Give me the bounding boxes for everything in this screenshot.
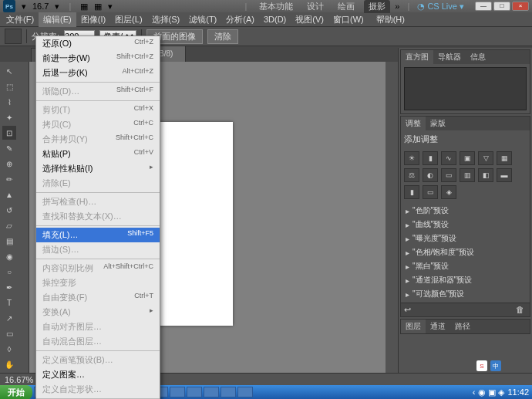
task-11[interactable] <box>204 387 219 397</box>
adj-selcolor-icon[interactable]: ◈ <box>441 185 456 199</box>
menu-help[interactable]: 帮助(H) <box>372 12 409 27</box>
lasso-tool[interactable]: ⌇ <box>2 95 16 109</box>
menu-select[interactable]: 选择(S) <box>147 12 185 27</box>
preset-item[interactable]: "通道混和器"预设 <box>402 273 528 287</box>
marquee-tool[interactable]: ⬚ <box>2 79 16 93</box>
menu-layer[interactable]: 图层(L) <box>110 12 146 27</box>
menuitem-W[interactable]: 前进一步(W)Shift+Ctrl+Z <box>36 51 160 66</box>
preset-item[interactable]: "曲线"预设 <box>402 218 528 232</box>
preset-item[interactable]: "黑白"预设 <box>402 259 528 273</box>
adj-thresh-icon[interactable]: ▮ <box>404 185 419 199</box>
tab-histogram[interactable]: 直方图 <box>401 50 433 64</box>
panel-return-icon[interactable]: ↩ <box>404 305 415 316</box>
dodge-tool[interactable]: ○ <box>2 265 16 279</box>
adj-brightness-icon[interactable]: ☀ <box>404 151 419 165</box>
panel-trash-icon[interactable]: 🗑 <box>516 305 527 316</box>
eraser-tool[interactable]: ▱ <box>2 218 16 232</box>
edit-menu-dropdown: 还原(O)Ctrl+Z前进一步(W)Shift+Ctrl+Z后退一步(K)Alt… <box>35 36 160 399</box>
adj-mixer-icon[interactable]: ▥ <box>460 168 475 182</box>
tray-icons[interactable]: ◉ ▣ ◈ <box>478 387 504 397</box>
crop-tool[interactable]: ⊡ <box>2 126 16 140</box>
tab-navigator[interactable]: 导航器 <box>433 50 466 64</box>
stamp-tool[interactable]: ▲ <box>2 188 16 201</box>
adj-hue-icon[interactable]: ▦ <box>497 151 512 165</box>
ime-cn-icon[interactable]: 中 <box>490 360 501 371</box>
zoom-dropdown[interactable]: ▾ <box>22 2 26 12</box>
menu-filter[interactable]: 滤镜(T) <box>184 12 221 27</box>
preset-item[interactable]: "色相/饱和度"预设 <box>402 245 528 259</box>
preset-item[interactable]: "可选颜色"预设 <box>402 287 528 301</box>
3d-tool[interactable]: ◊ <box>2 342 16 356</box>
history-tool[interactable]: ↺ <box>2 203 16 217</box>
tab-adjust[interactable]: 调整 <box>401 117 426 130</box>
view-icon[interactable]: ▦ <box>80 2 88 12</box>
menuitem-L[interactable]: 填充(L)…Shift+F5 <box>36 228 160 242</box>
mode-dropdown[interactable]: ▾ <box>108 2 113 12</box>
adj-levels-icon[interactable]: ▮ <box>423 151 438 165</box>
more-ws[interactable]: » <box>395 2 399 11</box>
shape-tool[interactable]: ▭ <box>2 326 16 340</box>
menuitem-D: 渐隐(D)…Shift+Ctrl+F <box>36 84 160 99</box>
adj-balance-icon[interactable]: ⚖ <box>404 168 419 182</box>
pen-tool[interactable]: ✒ <box>2 280 16 294</box>
adj-vibrance-icon[interactable]: ▽ <box>478 151 493 165</box>
tab-channels[interactable]: 通道 <box>426 320 450 333</box>
menu-file[interactable]: 文件(F) <box>2 12 39 27</box>
ws-photography[interactable]: 摄影 <box>364 0 390 13</box>
menuitem-K[interactable]: 后退一步(K)Alt+Ctrl+Z <box>36 66 160 80</box>
menuitem-I[interactable]: 选择性粘贴(I)▸ <box>36 161 160 176</box>
text-tool[interactable]: T <box>2 296 16 309</box>
path-tool[interactable]: ↗ <box>2 311 16 325</box>
adj-photo-icon[interactable]: ▭ <box>441 168 456 182</box>
adj-invert-icon[interactable]: ◧ <box>478 168 493 182</box>
current-tool-icon[interactable] <box>5 29 22 44</box>
brush-tool[interactable]: ✏ <box>2 172 16 186</box>
clear-button[interactable]: 清除 <box>207 29 238 44</box>
gradient-tool[interactable]: ▤ <box>2 234 16 248</box>
blur-tool[interactable]: ◉ <box>2 249 16 263</box>
menuitem-[interactable]: 定义图案… <box>36 367 160 382</box>
heal-tool[interactable]: ⊕ <box>2 157 16 171</box>
hand-tool[interactable]: ✋ <box>2 357 16 371</box>
right-panels: 直方图 导航器 信息 调整 蒙版 添加调整 ☀ ▮ ∿ ▣ ▽ ▦ ⚖ ◐ ▭ … <box>398 48 532 373</box>
tray-expand-icon[interactable]: ‹ <box>473 387 476 397</box>
eyedropper-tool[interactable]: ✎ <box>2 141 16 155</box>
menu-window[interactable]: 窗口(W) <box>328 12 369 27</box>
adj-gradmap-icon[interactable]: ▭ <box>423 185 438 199</box>
menuitem-O[interactable]: 还原(O)Ctrl+Z <box>36 36 160 51</box>
maximize-button[interactable]: □ <box>493 2 510 11</box>
task-10[interactable] <box>187 387 202 397</box>
preset-item[interactable]: "色阶"预设 <box>402 204 528 218</box>
task-13[interactable] <box>237 387 253 397</box>
adj-bw-icon[interactable]: ◐ <box>423 168 438 182</box>
menu-view[interactable]: 视图(V) <box>291 12 328 27</box>
menu-image[interactable]: 图像(I) <box>76 12 110 27</box>
tab-mask[interactable]: 蒙版 <box>426 117 450 130</box>
tab-layers[interactable]: 图层 <box>401 320 426 333</box>
ws-essentials[interactable]: 基本功能 <box>254 0 298 13</box>
task-9[interactable] <box>170 387 185 397</box>
adj-exposure-icon[interactable]: ▣ <box>460 151 475 165</box>
screen-icon[interactable]: ▦ <box>94 2 102 12</box>
tab-paths[interactable]: 路径 <box>450 320 475 333</box>
tab-info[interactable]: 信息 <box>466 50 490 64</box>
ws-design[interactable]: 设计 <box>302 0 328 13</box>
ime-s-icon[interactable]: S <box>476 360 487 371</box>
close-button[interactable]: × <box>512 2 529 11</box>
menuitem-P[interactable]: 粘贴(P)Ctrl+V <box>36 147 160 161</box>
ws-painting[interactable]: 绘画 <box>333 0 359 13</box>
cslive-button[interactable]: ◔ CS Live ▾ <box>417 2 464 12</box>
move-tool[interactable]: ↖ <box>2 64 16 78</box>
menu-edit[interactable]: 编辑(E) <box>39 12 76 27</box>
task-12[interactable] <box>221 387 236 397</box>
menu-3d[interactable]: 3D(D) <box>259 13 291 25</box>
adj-poster-icon[interactable]: ▬ <box>497 168 512 182</box>
preset-item[interactable]: "曝光度"预设 <box>402 232 528 245</box>
status-zoom[interactable]: 16.67% <box>5 375 33 384</box>
zoom-dropdown2[interactable]: ▾ <box>55 2 59 12</box>
adj-curves-icon[interactable]: ∿ <box>441 151 456 165</box>
menu-analysis[interactable]: 分析(A) <box>221 12 259 27</box>
wand-tool[interactable]: ✦ <box>2 110 16 124</box>
start-button[interactable]: 开始 <box>0 385 32 400</box>
minimize-button[interactable]: — <box>475 2 492 11</box>
